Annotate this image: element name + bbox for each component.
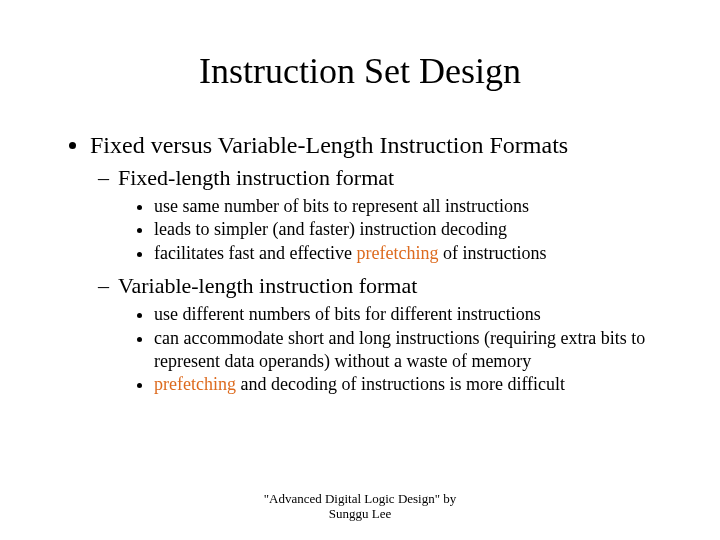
- l1-item: Fixed versus Variable-Length Instruction…: [90, 132, 660, 397]
- l2-text: Fixed-length instruction format: [118, 165, 394, 190]
- l3-pre: use different numbers of bits for differ…: [154, 304, 541, 324]
- l3-highlight: prefetching: [154, 374, 236, 394]
- l3-post: of instructions: [439, 243, 547, 263]
- l3-item: use same number of bits to represent all…: [154, 195, 660, 218]
- slide-title: Instruction Set Design: [60, 50, 660, 92]
- footer-line1: "Advanced Digital Logic Design" by: [0, 491, 720, 507]
- bullet-list-level3: use different numbers of bits for differ…: [118, 303, 660, 397]
- bullet-list-level3: use same number of bits to represent all…: [118, 195, 660, 265]
- l3-item: use different numbers of bits for differ…: [154, 303, 660, 326]
- l3-item: leads to simpler (and faster) instructio…: [154, 218, 660, 241]
- l2-item-variable: Variable-length instruction format use d…: [118, 273, 660, 397]
- l3-highlight: prefetching: [357, 243, 439, 263]
- bullet-list-level2: Fixed-length instruction format use same…: [90, 165, 660, 397]
- l3-item: prefetching and decoding of instructions…: [154, 373, 660, 396]
- footer-line2: Sunggu Lee: [0, 506, 720, 522]
- l3-post: and decoding of instructions is more dif…: [236, 374, 565, 394]
- l1-text: Fixed versus Variable-Length Instruction…: [90, 132, 568, 158]
- bullet-list-level1: Fixed versus Variable-Length Instruction…: [60, 132, 660, 397]
- l3-item: facilitates fast and effective prefetchi…: [154, 242, 660, 265]
- l3-pre: leads to simpler (and faster) instructio…: [154, 219, 507, 239]
- l3-pre: facilitates fast and effective: [154, 243, 357, 263]
- l3-pre: can accommodate short and long instructi…: [154, 328, 645, 371]
- slide: Instruction Set Design Fixed versus Vari…: [0, 0, 720, 540]
- l3-pre: use same number of bits to represent all…: [154, 196, 529, 216]
- l2-text: Variable-length instruction format: [118, 273, 417, 298]
- l2-item-fixed: Fixed-length instruction format use same…: [118, 165, 660, 265]
- l3-item: can accommodate short and long instructi…: [154, 327, 660, 374]
- footer: "Advanced Digital Logic Design" by Sungg…: [0, 491, 720, 522]
